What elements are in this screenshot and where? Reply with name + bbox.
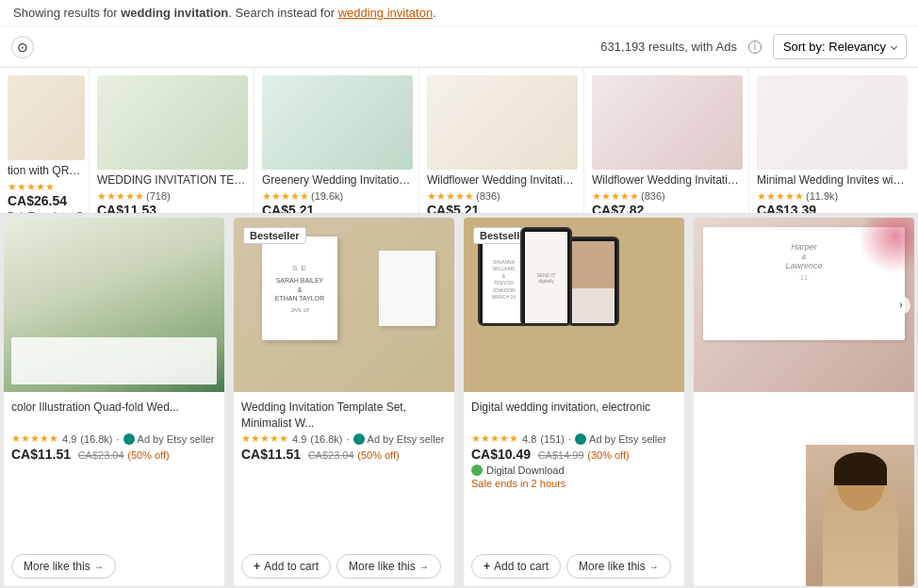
product-price: CA$5.21 bbox=[262, 203, 411, 214]
discount-label: (50% off) bbox=[357, 449, 399, 461]
star-rating: ★★★★★ bbox=[241, 433, 288, 445]
list-item[interactable]: Wildflower Wedding Invitatio... ★★★★★ (8… bbox=[584, 68, 749, 213]
etsy-icon bbox=[123, 433, 135, 445]
card-rating: ★★★★★ 4.8 (151) · Ad by Etsy seller bbox=[471, 433, 677, 445]
video-overlay bbox=[806, 445, 914, 586]
product-price: CA$11.53 bbox=[97, 203, 246, 214]
product-title: WEDDING INVITATION TEMPL... bbox=[97, 173, 246, 188]
list-item[interactable]: Greenery Wedding Invitation ... ★★★★★ (1… bbox=[254, 68, 419, 213]
original-price: CA$23.04 bbox=[308, 449, 354, 461]
rating-count: (16.8k) bbox=[310, 433, 342, 445]
rating-count: (836) bbox=[476, 190, 500, 202]
product-image bbox=[427, 75, 578, 170]
filter-icon: ⊙ bbox=[17, 40, 28, 55]
bestseller-badge: Bestseller bbox=[243, 227, 306, 244]
product-price: CA$26.54 bbox=[8, 193, 81, 208]
product-title: Minimal Wedding Invites with... bbox=[757, 173, 907, 188]
ad-label: Ad by Etsy seller bbox=[353, 433, 445, 445]
card-rating: ★★★★★ 4.9 (16.8k) · Ad by Etsy seller bbox=[241, 433, 447, 445]
product-image: Harper&Lawrence · 11 · › bbox=[694, 218, 914, 392]
plus-icon: + bbox=[254, 560, 260, 573]
search-alternative-link[interactable]: wedding invitaton bbox=[338, 6, 433, 20]
card-actions: + Add to cart More like this → bbox=[464, 548, 684, 586]
star-rating: ★★★★★ bbox=[11, 433, 58, 445]
product-card[interactable]: color Illustration Quad-fold Wed... ★★★★… bbox=[4, 218, 224, 586]
rating-value: 4.9 bbox=[62, 433, 76, 445]
discount-label: (50% off) bbox=[127, 449, 169, 461]
product-price: CA$7.82 bbox=[592, 203, 741, 214]
star-rating: ★★★★★ bbox=[427, 190, 474, 203]
star-rating: ★★★★★ bbox=[262, 190, 309, 203]
sort-button[interactable]: Sort by: Relevancy bbox=[773, 34, 907, 59]
more-like-this-button[interactable]: More like this → bbox=[336, 554, 441, 579]
product-image: Bestseller S E SARAH BAILEY&ETHAN TAYLOR… bbox=[234, 218, 454, 392]
search-correction-text: Showing results for wedding invitation. bbox=[13, 6, 236, 20]
more-like-this-button[interactable]: More like this → bbox=[566, 554, 671, 579]
product-card[interactable]: Harper&Lawrence · 11 · › bbox=[694, 218, 914, 586]
digital-download-badge: Digital Download bbox=[471, 465, 677, 476]
chevron-down-icon bbox=[891, 43, 897, 50]
product-image bbox=[97, 75, 248, 170]
product-price: CA$13.39 bbox=[757, 203, 907, 214]
top-products-row: tion with QR C... ★★★★★ CA$26.54 PulpTem… bbox=[0, 68, 918, 214]
etsy-icon bbox=[575, 433, 586, 445]
rating-count: (16.8k) bbox=[80, 433, 112, 445]
rating-count: (718) bbox=[146, 190, 171, 202]
star-rating: ★★★★★ bbox=[97, 190, 144, 203]
ad-label: Ad by Etsy seller bbox=[575, 433, 666, 445]
etsy-icon bbox=[353, 433, 365, 445]
rating-value: 4.8 bbox=[522, 433, 536, 445]
star-rating: ★★★★★ bbox=[592, 190, 639, 203]
card-info: Wedding Invitation Template Set, Minimal… bbox=[234, 392, 454, 548]
product-title: Wedding Invitation Template Set, Minimal… bbox=[241, 400, 447, 430]
arrow-right-icon: → bbox=[94, 562, 104, 572]
product-title: Digital wedding invitation, electronic bbox=[471, 400, 677, 430]
list-item[interactable]: tion with QR C... ★★★★★ CA$26.54 PulpTem… bbox=[0, 68, 90, 213]
card-actions: More like this → bbox=[4, 548, 224, 586]
product-title: color Illustration Quad-fold Wed... bbox=[11, 400, 217, 430]
digital-label: Digital Download bbox=[486, 465, 565, 476]
discount-label: (30% off) bbox=[587, 449, 629, 461]
product-price: CA$11.51 bbox=[241, 447, 301, 462]
list-item[interactable]: Minimal Wedding Invites with... ★★★★★ (1… bbox=[749, 68, 914, 213]
rating-value: 4.9 bbox=[292, 433, 306, 445]
rating-count: (11.9k) bbox=[806, 190, 838, 202]
card-actions: + Add to cart More like this → bbox=[234, 548, 454, 586]
add-to-cart-button[interactable]: + Add to cart bbox=[241, 554, 331, 579]
star-rating: ★★★★★ bbox=[471, 433, 518, 445]
card-info: Digital wedding invitation, electronic ★… bbox=[464, 392, 684, 548]
star-rating: ★★★★★ bbox=[8, 181, 55, 193]
filter-button[interactable]: ⊙ bbox=[11, 36, 34, 58]
plus-icon: + bbox=[484, 560, 490, 573]
search-correction: Showing results for wedding invitation. … bbox=[0, 0, 918, 26]
product-card[interactable]: Bestseller SAVANNAWILLIAMS&TREVORJOHNSON… bbox=[464, 218, 684, 586]
list-item[interactable]: Wildflower Wedding Invitatio... ★★★★★ (8… bbox=[419, 68, 584, 213]
card-info: color Illustration Quad-fold Wed... ★★★★… bbox=[4, 392, 224, 548]
sale-ends-label: Sale ends in 2 hours bbox=[471, 478, 677, 489]
more-like-this-button[interactable]: More like this → bbox=[11, 554, 116, 579]
rating-count: (19.6k) bbox=[311, 190, 343, 202]
list-item[interactable]: WEDDING INVITATION TEMPL... ★★★★★ (718) … bbox=[90, 68, 254, 213]
arrow-right-icon: → bbox=[649, 562, 659, 572]
card-rating: ★★★★★ 4.9 (16.8k) · Ad by Etsy seller bbox=[11, 433, 217, 445]
star-rating: ★★★★★ bbox=[757, 190, 804, 203]
original-price: CA$14.99 bbox=[538, 449, 584, 461]
info-icon[interactable]: i bbox=[748, 41, 762, 54]
product-image bbox=[757, 75, 908, 170]
product-card[interactable]: Bestseller S E SARAH BAILEY&ETHAN TAYLOR… bbox=[234, 218, 454, 586]
digital-icon bbox=[471, 465, 483, 476]
results-count: 631,193 results, with Ads bbox=[600, 40, 737, 54]
product-image bbox=[4, 218, 224, 392]
product-image bbox=[262, 75, 413, 170]
product-image bbox=[592, 75, 743, 170]
results-bar: ⊙ 631,193 results, with Ads i Sort by: R… bbox=[0, 26, 918, 68]
product-title: Wildflower Wedding Invitatio... bbox=[427, 173, 576, 188]
product-image bbox=[8, 75, 85, 160]
product-title: tion with QR C... bbox=[8, 164, 81, 179]
product-title: Wildflower Wedding Invitatio... bbox=[592, 173, 741, 188]
ad-label: Ad by Etsy seller bbox=[123, 433, 215, 445]
product-price: CA$10.49 bbox=[471, 447, 531, 462]
product-title: Greenery Wedding Invitation ... bbox=[262, 173, 411, 188]
product-price: CA$11.51 bbox=[11, 447, 71, 462]
add-to-cart-button[interactable]: + Add to cart bbox=[471, 554, 561, 579]
